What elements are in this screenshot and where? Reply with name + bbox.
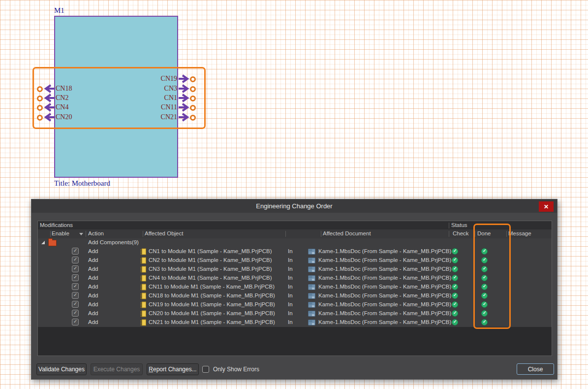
- col-action[interactable]: Action: [88, 230, 104, 236]
- validate-changes-label: Validate Changes: [38, 366, 85, 373]
- document-icon: [308, 275, 315, 281]
- document-icon: [308, 311, 315, 317]
- check-status-icon: [452, 257, 458, 263]
- module-port[interactable]: CN1: [125, 93, 199, 103]
- port-arrow-right-icon: [178, 113, 191, 122]
- document-icon: [308, 266, 315, 272]
- dialog-titlebar[interactable]: Engineering Change Order: [31, 199, 557, 213]
- report-changes-button[interactable]: Report Changes...: [147, 363, 199, 375]
- row-enable-checkbox[interactable]: [72, 248, 79, 255]
- close-icon[interactable]: ✕: [539, 201, 554, 212]
- filter-caret-icon[interactable]: [79, 233, 83, 235]
- port-arrow-right-icon: [178, 84, 191, 93]
- port-label: CN4: [56, 103, 68, 111]
- only-show-errors-checkbox[interactable]: [202, 366, 209, 373]
- module-port[interactable]: CN2: [32, 93, 106, 103]
- module-port[interactable]: CN19: [125, 74, 199, 84]
- port-arrow-left-icon: [42, 103, 55, 112]
- row-affected-object: CN11 to Module M1 (Sample - Kame_MB.PrjP…: [149, 284, 275, 290]
- port-label: CN1: [164, 94, 177, 102]
- port-pin-icon: [190, 96, 196, 101]
- module-port[interactable]: CN11: [125, 102, 199, 112]
- module-port[interactable]: CN4: [32, 102, 106, 112]
- row-affected-object: CN19 to Module M1 (Sample - Kame_MB.PrjP…: [149, 301, 275, 307]
- module-port[interactable]: CN18: [32, 84, 106, 94]
- execute-changes-button[interactable]: Execute Changes: [91, 363, 143, 375]
- module-port[interactable]: CN20: [32, 112, 106, 122]
- row-enable-checkbox[interactable]: [72, 319, 79, 325]
- row-affected-document: Kame-1.MbsDoc (From Sample - Kame_MB.Prj…: [318, 310, 451, 316]
- row-affected-object: CN18 to Module M1 (Sample - Kame_MB.PrjP…: [149, 292, 275, 298]
- row-enable-checkbox[interactable]: [72, 274, 79, 281]
- row-affected-document: Kame-1.MbsDoc (From Sample - Kame_MB.Prj…: [318, 292, 451, 298]
- module-port[interactable]: CN21: [125, 112, 199, 122]
- report-changes-label: Report Changes...: [149, 366, 196, 373]
- check-status-icon: [452, 275, 458, 281]
- col-enable[interactable]: Enable: [52, 230, 69, 236]
- status-header: Status: [451, 222, 467, 228]
- row-affected-document: Kame-1.MbsDoc (From Sample - Kame_MB.Prj…: [318, 301, 451, 307]
- row-affected-object: CN20 to Module M1 (Sample - Kame_MB.PrjP…: [149, 310, 275, 316]
- port-label: CN11: [161, 103, 177, 111]
- row-affected-object: CN3 to Module M1 (Sample - Kame_MB.PrjPC…: [149, 266, 272, 272]
- port-pin-icon: [190, 105, 196, 111]
- row-direction: In: [288, 301, 293, 307]
- column-divider: [50, 231, 51, 237]
- col-affected-document[interactable]: Affected Document: [323, 230, 371, 236]
- port-arrow-right-icon: [178, 94, 191, 102]
- row-affected-object: CN1 to Module M1 (Sample - Kame_MB.PrjPC…: [149, 248, 272, 254]
- row-direction: In: [288, 310, 293, 316]
- row-direction: In: [288, 266, 293, 272]
- col-affected-object[interactable]: Affected Object: [145, 230, 183, 236]
- column-divider: [449, 231, 449, 237]
- execute-changes-label: Execute Changes: [93, 366, 140, 373]
- row-enable-checkbox[interactable]: [72, 292, 79, 299]
- check-status-icon: [452, 292, 458, 299]
- check-status-icon: [452, 310, 458, 317]
- port-pin-icon: [190, 76, 196, 82]
- document-icon: [308, 249, 315, 255]
- row-enable-checkbox[interactable]: [72, 301, 79, 308]
- port-pin-icon: [190, 86, 196, 92]
- col-message[interactable]: Message: [508, 230, 531, 236]
- document-icon: [308, 302, 315, 308]
- row-affected-document: Kame-1.MbsDoc (From Sample - Kame_MB.Prj…: [318, 248, 451, 254]
- tree-expand-icon[interactable]: [41, 241, 45, 244]
- done-column-highlight-box: [473, 224, 511, 329]
- module-port[interactable]: CN3: [125, 84, 199, 94]
- close-button[interactable]: Close: [517, 363, 554, 375]
- column-divider: [285, 231, 286, 237]
- port-arrow-right-icon: [178, 74, 191, 83]
- port-label: CN3: [164, 85, 177, 93]
- row-action: Add: [88, 301, 98, 307]
- port-arrow-left-icon: [42, 84, 55, 93]
- port-label: CN18: [56, 85, 72, 93]
- port-label: CN21: [161, 113, 177, 121]
- row-affected-object: CN21 to Module M1 (Sample - Kame_MB.PrjP…: [149, 319, 275, 325]
- row-enable-checkbox[interactable]: [72, 257, 79, 263]
- row-enable-checkbox[interactable]: [72, 283, 79, 290]
- row-action: Add: [88, 275, 98, 281]
- document-icon: [308, 258, 315, 263]
- row-direction: In: [288, 248, 293, 254]
- row-direction: In: [288, 257, 293, 263]
- group-row-label: Add Components(9): [88, 239, 139, 245]
- col-check[interactable]: Check: [453, 230, 469, 236]
- row-enable-checkbox[interactable]: [72, 310, 79, 317]
- row-enable-checkbox[interactable]: [72, 265, 79, 272]
- module-title: Title: Motherboard: [54, 179, 110, 188]
- row-action: Add: [88, 319, 98, 325]
- component-icon: [140, 248, 147, 255]
- dialog-title: Engineering Change Order: [256, 202, 332, 210]
- validate-changes-button[interactable]: Validate Changes: [36, 363, 87, 375]
- column-divider: [143, 231, 143, 237]
- port-arrow-left-icon: [42, 113, 55, 122]
- row-action: Add: [88, 266, 98, 272]
- document-icon: [308, 320, 315, 325]
- component-icon: [140, 310, 147, 317]
- row-affected-document: Kame-1.MbsDoc (From Sample - Kame_MB.Prj…: [318, 257, 451, 263]
- row-action: Add: [88, 292, 98, 298]
- row-direction: In: [288, 319, 293, 325]
- port-pin-icon: [190, 115, 196, 121]
- row-affected-document: Kame-1.MbsDoc (From Sample - Kame_MB.Prj…: [318, 275, 451, 281]
